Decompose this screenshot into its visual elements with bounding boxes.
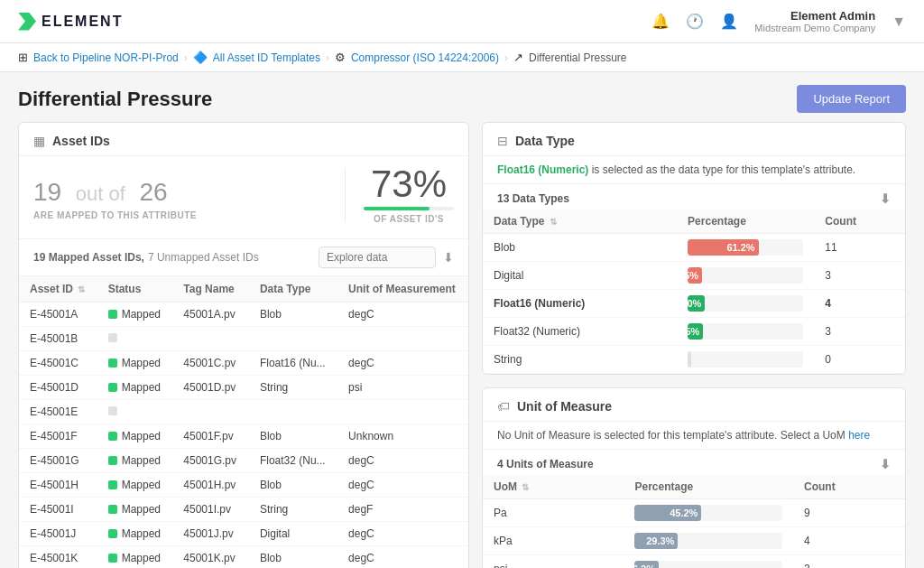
uom-title: Unit of Measure <box>517 399 612 414</box>
asset-ids-icon: ▦ <box>33 134 45 148</box>
uom-cell <box>337 327 468 351</box>
dt-pct-cell <box>677 346 814 374</box>
data-type-count: 13 Data Types <box>497 192 569 205</box>
update-report-button[interactable]: Update Report <box>797 85 906 113</box>
search-input[interactable] <box>319 247 436 268</box>
asset-count: 19 out of 26 <box>33 169 327 207</box>
tag-name-cell: 45001G.pv <box>172 449 249 473</box>
uom-subtitle-text: No Unit of Measure is selected for this … <box>497 429 848 442</box>
history-icon[interactable]: 🕐 <box>686 13 704 30</box>
uom-count-row: 4 Units of Measure ⬇ <box>483 450 905 475</box>
dt-count-cell: 4 <box>814 290 905 318</box>
tag-name-cell: 45001F.pv <box>172 424 249 449</box>
asset-id-cell: E-45001D <box>19 376 97 400</box>
data-type-header: ⊟ Data Type <box>483 123 905 156</box>
left-panel: ▦ Asset IDs 19 out of 26 ARE MAPPED TO T… <box>18 122 469 568</box>
download-icon[interactable]: ⬇ <box>443 250 454 265</box>
asset-id-cell: E-45001E <box>19 400 97 424</box>
asset-id-cell: E-45001H <box>19 473 97 498</box>
compressor-icon: ⚙ <box>335 51 346 64</box>
user-company: Midstream Demo Company <box>754 23 875 33</box>
notification-icon[interactable]: 🔔 <box>651 13 670 30</box>
dt-count-cell: 3 <box>814 318 905 346</box>
asset-id-cell: E-45001G <box>19 449 97 473</box>
unmapped-asset-count: 7 Unmapped Asset IDs <box>148 251 259 264</box>
uom-pct-cell: 29.3% <box>624 527 793 555</box>
uom-cell: degC <box>337 303 468 327</box>
table-row: psi 16.2% 2 <box>483 555 905 569</box>
dt-dtype-cell: Digital <box>483 262 677 290</box>
breadcrumb-sep-2: › <box>326 51 329 64</box>
table-row: Float16 (Numeric) 15.0% 4 <box>483 290 905 318</box>
sort-icon-asset-id[interactable]: ⇅ <box>78 284 85 294</box>
uom-cell: Unknown <box>337 424 468 449</box>
dropdown-icon[interactable]: ▼ <box>892 14 906 30</box>
uom-header: 🏷 Unit of Measure <box>483 388 905 422</box>
uom-section: 🏷 Unit of Measure No Unit of Measure is … <box>482 387 906 568</box>
status-cell: Mapped <box>97 351 173 376</box>
user-avatar[interactable]: 👤 <box>720 13 738 30</box>
table-row: kPa 29.3% 4 <box>483 527 905 555</box>
dt-dtype-cell: Blob <box>483 234 677 262</box>
breadcrumb-sep-1: › <box>184 51 188 64</box>
page-title: Differential Pressure <box>18 88 212 111</box>
asset-id-cell: E-45001F <box>19 424 97 449</box>
breadcrumb-templates[interactable]: All Asset ID Templates <box>213 51 320 64</box>
dt-col-pct: Percentage <box>677 210 814 234</box>
tag-name-cell: 45001A.pv <box>172 303 249 327</box>
table-row: Blob 61.2% 11 <box>483 234 905 262</box>
status-cell: Mapped <box>97 376 173 400</box>
uom-name-cell: kPa <box>483 527 624 555</box>
breadcrumb-pipeline[interactable]: Back to Pipeline NOR-PI-Prod <box>33 51 179 64</box>
data-type-title: Data Type <box>515 134 575 148</box>
asset-ids-title: Asset IDs <box>52 134 110 148</box>
table-controls-right: ⬇ <box>319 247 454 268</box>
table-row: E-45001C Mapped 45001C.pv Float16 (Nu...… <box>19 351 468 376</box>
dtype-cell: String <box>249 498 337 522</box>
col-tag-name: Tag Name <box>172 276 249 303</box>
dtype-cell: Blob <box>249 473 337 498</box>
status-cell: Mapped <box>97 303 173 327</box>
table-row: E-45001B <box>19 327 468 351</box>
uom-here-link[interactable]: here <box>848 429 870 442</box>
dt-sort-icon[interactable]: ⇅ <box>550 217 557 227</box>
uom-download-icon[interactable]: ⬇ <box>880 457 891 471</box>
table-row: E-45001H Mapped 45001H.pv Blob degC <box>19 473 468 498</box>
tag-name-cell: 45001H.pv <box>172 473 249 498</box>
tag-name-cell: 45001K.pv <box>172 546 249 569</box>
uom-cell: degF <box>337 498 468 522</box>
table-row: Digital 12.5% 3 <box>483 262 905 290</box>
stat-divider <box>345 168 346 222</box>
dtype-cell <box>249 327 337 351</box>
asset-id-cell: E-45001K <box>19 546 97 569</box>
uom-pct-cell: 45.2% <box>624 499 793 527</box>
dt-count-cell: 0 <box>814 346 905 374</box>
uom-cell: degC <box>337 522 468 546</box>
dt-dtype-cell: String <box>483 346 677 374</box>
table-row: E-45001E <box>19 400 468 424</box>
asset-count-block: 19 out of 26 ARE MAPPED TO THIS ATTRIBUT… <box>33 169 327 220</box>
logo: ELEMENT <box>18 13 123 31</box>
uom-sort-icon[interactable]: ⇅ <box>522 482 529 492</box>
uom-name-cell: psi <box>483 555 624 569</box>
breadcrumb-compressor[interactable]: Compressor (ISO 14224:2006) <box>351 51 499 64</box>
page-header: Differential Pressure Update Report <box>0 72 924 122</box>
uom-cell: degC <box>337 449 468 473</box>
status-cell: Mapped <box>97 424 173 449</box>
logo-icon <box>18 13 36 31</box>
mapped-asset-count: 19 Mapped Asset IDs, <box>33 251 144 264</box>
asset-id-cell: E-45001J <box>19 522 97 546</box>
asset-ids-header: ▦ Asset IDs <box>19 123 468 156</box>
nav-right: 🔔 🕐 👤 Element Admin Midstream Demo Compa… <box>651 9 906 33</box>
uom-table: UoM ⇅ Percentage Count Pa 45.2% 9 kPa 29… <box>483 475 905 568</box>
breadcrumb-current: Differential Pressure <box>529 51 627 64</box>
uom-count: 4 Units of Measure <box>497 458 594 470</box>
mapped-label: ARE MAPPED TO THIS ATTRIBUTE <box>33 210 327 220</box>
stat-percent: 73% OF ASSET ID'S <box>364 165 454 224</box>
status-cell: Mapped <box>97 546 173 569</box>
percent-value: 73% <box>371 165 447 203</box>
status-cell: Mapped <box>97 498 173 522</box>
uom-cell: degC <box>337 546 468 569</box>
uom-col-pct: Percentage <box>624 475 793 499</box>
data-type-download-icon[interactable]: ⬇ <box>880 191 891 206</box>
